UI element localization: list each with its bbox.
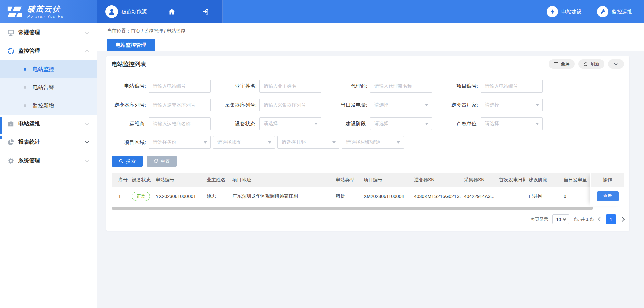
device-status-select[interactable]: 请选择	[259, 117, 321, 130]
refresh-icon	[583, 62, 588, 67]
select-placeholder: 请选择	[374, 102, 425, 108]
total-count-text: 条, 共 1 条	[574, 216, 594, 222]
reset-icon	[153, 159, 158, 164]
nav-station-construction[interactable]: 电站建设	[547, 6, 582, 17]
col-header-device-status: 设备状态	[128, 177, 152, 183]
monitor-icon	[7, 29, 15, 37]
col-header-project-no: 项目编号	[360, 177, 411, 183]
per-page-select[interactable]: 10	[552, 214, 569, 224]
col-header-address: 项目地址	[229, 177, 332, 183]
caret-down-icon	[332, 141, 336, 145]
sidebar-item-system-management[interactable]: 系统管理	[0, 151, 97, 170]
station-monitoring-panel: 电站监控列表 全屏 刷新	[106, 56, 629, 231]
col-header-collector-sn: 采集器SN	[461, 177, 496, 183]
col-header-action: 操作	[591, 173, 624, 187]
field-label: 项目区域:	[112, 139, 146, 146]
field-label: 逆变器序列号:	[112, 102, 146, 108]
sidebar-subitem-label: 电站监控	[33, 66, 54, 73]
next-page-button[interactable]	[620, 217, 625, 222]
inverter-sn-input[interactable]	[149, 99, 211, 111]
sidebar-item-general-management[interactable]: 常规管理	[0, 23, 97, 42]
reset-label: 重置	[161, 158, 170, 164]
sidebar-item-report-statistics[interactable]: 报表统计	[0, 133, 97, 151]
row-owner: 姚忠	[203, 193, 229, 199]
sidebar: 常规管理 监控管理 电站监控 电站告警 监控新增 电站运维	[0, 23, 97, 308]
refresh-button[interactable]: 刷新	[578, 59, 604, 69]
nav-station-construction-label: 电站建设	[561, 9, 582, 15]
chevron-down-icon	[563, 217, 566, 220]
row-station-no: YX2023061000001	[152, 194, 203, 199]
search-icon	[119, 159, 124, 164]
select-placeholder: 请选择	[485, 121, 536, 127]
caret-down-icon	[397, 141, 400, 145]
station-no-input[interactable]	[149, 80, 211, 93]
field-label: 设备状态:	[222, 121, 257, 127]
per-page-value: 10	[556, 217, 561, 222]
sidebar-item-label: 电站运维	[18, 120, 40, 127]
project-no-input[interactable]	[481, 80, 543, 93]
search-label: 搜索	[126, 158, 136, 164]
sidebar-scrollbar-thumb[interactable]	[0, 117, 2, 134]
collector-sn-input[interactable]	[259, 99, 321, 111]
daily-generation-select[interactable]: 请选择	[370, 99, 432, 111]
inverter-manufacturer-select[interactable]: 请选择	[481, 99, 543, 111]
app-title: 破茧云伏	[27, 5, 64, 13]
caret-down-icon	[268, 141, 271, 145]
org-menu[interactable]: 破茧新能源	[97, 0, 155, 23]
sidebar-item-station-operations[interactable]: 电站运维	[0, 115, 97, 133]
view-button[interactable]: 查看	[597, 191, 619, 201]
reset-button[interactable]: 重置	[147, 156, 177, 167]
province-select[interactable]: 请选择省份	[149, 136, 211, 149]
sidebar-subitem-monitoring-add[interactable]: 监控新增	[0, 97, 97, 115]
caret-down-icon	[536, 104, 539, 108]
ops-provider-input[interactable]	[149, 117, 211, 130]
sidebar-subitem-label: 监控新增	[33, 102, 54, 109]
col-header-owner: 业主姓名	[203, 177, 229, 183]
fullscreen-label: 全屏	[561, 61, 570, 67]
chevron-down-icon	[614, 61, 618, 65]
brand-logo: 破茧云伏 Po Jian Yun Fu	[0, 0, 97, 23]
sidebar-item-label: 系统管理	[18, 157, 40, 164]
brand-logo-icon	[7, 5, 23, 18]
caret-down-icon	[314, 123, 318, 127]
page-number-button[interactable]: 1	[606, 214, 616, 224]
gear-icon	[7, 157, 15, 165]
chevron-down-icon	[85, 158, 89, 162]
city-select[interactable]: 请选择城市	[213, 136, 275, 149]
collapse-panel-button[interactable]	[608, 59, 624, 69]
sidebar-item-monitoring-management[interactable]: 监控管理	[0, 42, 97, 60]
chevron-up-icon	[85, 50, 89, 54]
home-button[interactable]	[155, 0, 189, 23]
lightning-icon	[547, 6, 558, 17]
row-stage: 已并网	[525, 193, 560, 199]
agent-input[interactable]	[370, 80, 432, 93]
horizontal-scrollbar-thumb[interactable]	[112, 207, 593, 210]
select-placeholder: 请选择省份	[153, 139, 204, 145]
sidebar-scrollbar-thumb[interactable]	[0, 136, 2, 139]
owner-name-input[interactable]	[259, 80, 321, 93]
sidebar-subitem-station-monitoring[interactable]: 电站监控	[0, 60, 97, 78]
district-select[interactable]: 请选择县/区	[277, 136, 339, 149]
org-name: 破茧新能源	[122, 9, 147, 15]
pagination: 每页显示 10 条, 共 1 条 1	[112, 214, 624, 224]
tab-station-monitoring-management[interactable]: 电站监控管理	[107, 39, 155, 51]
toolbox-bolt-icon	[7, 120, 15, 128]
bullet-icon	[24, 68, 26, 71]
sidebar-subitem-station-alarm[interactable]: 电站告警	[0, 78, 97, 97]
select-placeholder: 请选择	[374, 121, 425, 127]
select-placeholder: 请选择村镇/街道	[346, 139, 397, 145]
property-unit-select[interactable]: 请选择	[481, 117, 543, 130]
row-station-type: 租赁	[332, 193, 360, 199]
prev-page-button[interactable]	[598, 217, 602, 222]
logout-button[interactable]	[189, 0, 223, 23]
nav-monitoring-ops[interactable]: 监控运维	[597, 6, 632, 17]
fullscreen-button[interactable]: 全屏	[549, 59, 575, 69]
table-row[interactable]: 1 正常 YX2023061000001 姚忠 广东深圳龙华区观澜镇姚家庄村 租…	[112, 187, 624, 206]
sidebar-subitem-label: 电站告警	[33, 84, 54, 91]
search-button[interactable]: 搜索	[112, 156, 143, 167]
construction-stage-select[interactable]: 请选择	[370, 117, 432, 130]
township-select[interactable]: 请选择村镇/街道	[342, 136, 404, 149]
breadcrumb-path[interactable]: 首页 / 监控管理 / 电站监控	[131, 28, 185, 34]
panel-title: 电站监控列表	[112, 60, 146, 68]
refresh-label: 刷新	[591, 61, 599, 67]
